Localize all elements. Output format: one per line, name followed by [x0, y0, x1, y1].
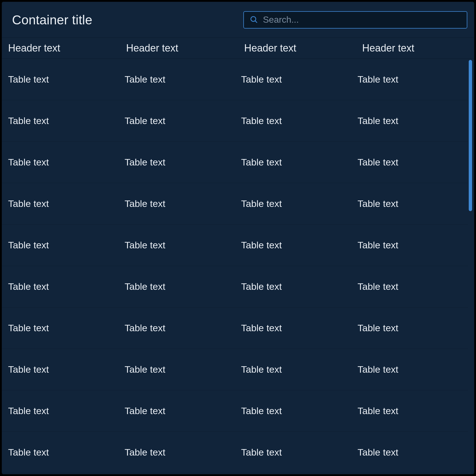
table-cell: Table text	[235, 198, 351, 209]
table-cell: Table text	[2, 157, 118, 168]
scrollbar-track[interactable]	[468, 59, 473, 474]
table-cell: Table text	[118, 74, 235, 85]
table-cell: Table text	[235, 364, 351, 375]
table-cell: Table text	[235, 74, 351, 85]
table-row[interactable]: Table text Table text Table text Table t…	[2, 59, 468, 100]
table-cell: Table text	[351, 115, 468, 126]
table-cell: Table text	[118, 157, 235, 168]
header-cell: Header text	[238, 42, 356, 54]
table-row[interactable]: Table text Table text Table text Table t…	[2, 266, 468, 307]
table-cell: Table text	[351, 198, 468, 209]
header-cell: Header text	[120, 42, 238, 54]
table-cell: Table text	[235, 157, 351, 168]
table-rows: Table text Table text Table text Table t…	[2, 59, 468, 474]
table-cell: Table text	[2, 447, 118, 458]
table-cell: Table text	[351, 323, 468, 333]
table-cell: Table text	[351, 157, 468, 168]
search-field[interactable]	[243, 11, 467, 29]
table-cell: Table text	[2, 115, 118, 126]
top-bar: Container title	[2, 2, 474, 38]
table-cell: Table text	[235, 115, 351, 126]
table-cell: Table text	[235, 323, 351, 333]
table-cell: Table text	[118, 198, 235, 209]
table-row[interactable]: Table text Table text Table text Table t…	[2, 432, 468, 473]
container-title: Container title	[12, 12, 92, 27]
table-cell: Table text	[2, 364, 118, 375]
svg-line-1	[255, 21, 257, 22]
table-cell: Table text	[2, 323, 118, 333]
table-cell: Table text	[2, 281, 118, 292]
table-row[interactable]: Table text Table text Table text Table t…	[2, 307, 468, 349]
header-cell: Header text	[356, 42, 474, 54]
table-cell: Table text	[118, 281, 235, 292]
table-cell: Table text	[118, 364, 235, 375]
table-cell: Table text	[118, 405, 235, 416]
table-row[interactable]: Table text Table text Table text Table t…	[2, 390, 468, 432]
table-row[interactable]: Table text Table text Table text Table t…	[2, 225, 468, 266]
scrollbar-thumb[interactable]	[469, 60, 472, 211]
table-row[interactable]: Table text Table text Table text Table t…	[2, 183, 468, 225]
table-cell: Table text	[351, 364, 468, 375]
table-cell: Table text	[118, 115, 235, 126]
table-cell: Table text	[2, 405, 118, 416]
table-cell: Table text	[351, 447, 468, 458]
table-cell: Table text	[235, 447, 351, 458]
table-row[interactable]: Table text Table text Table text Table t…	[2, 142, 468, 183]
header-cell: Header text	[2, 42, 120, 54]
table-header-row: Header text Header text Header text Head…	[2, 38, 474, 59]
table-cell: Table text	[351, 405, 468, 416]
search-icon	[249, 15, 258, 25]
table-row[interactable]: Table text Table text Table text Table t…	[2, 349, 468, 390]
table-row[interactable]: Table text Table text Table text Table t…	[2, 100, 468, 142]
container: Container title Header text Header text …	[2, 2, 474, 474]
table-cell: Table text	[118, 447, 235, 458]
table-body: Table text Table text Table text Table t…	[2, 59, 474, 474]
search-input[interactable]	[263, 15, 461, 25]
table-cell: Table text	[2, 240, 118, 251]
table-cell: Table text	[118, 240, 235, 251]
table-cell: Table text	[351, 281, 468, 292]
table-cell: Table text	[118, 323, 235, 333]
table-cell: Table text	[235, 281, 351, 292]
table-cell: Table text	[235, 405, 351, 416]
table-cell: Table text	[351, 74, 468, 85]
table-cell: Table text	[2, 74, 118, 85]
table-cell: Table text	[351, 240, 468, 251]
table-cell: Table text	[235, 240, 351, 251]
table-cell: Table text	[2, 198, 118, 209]
